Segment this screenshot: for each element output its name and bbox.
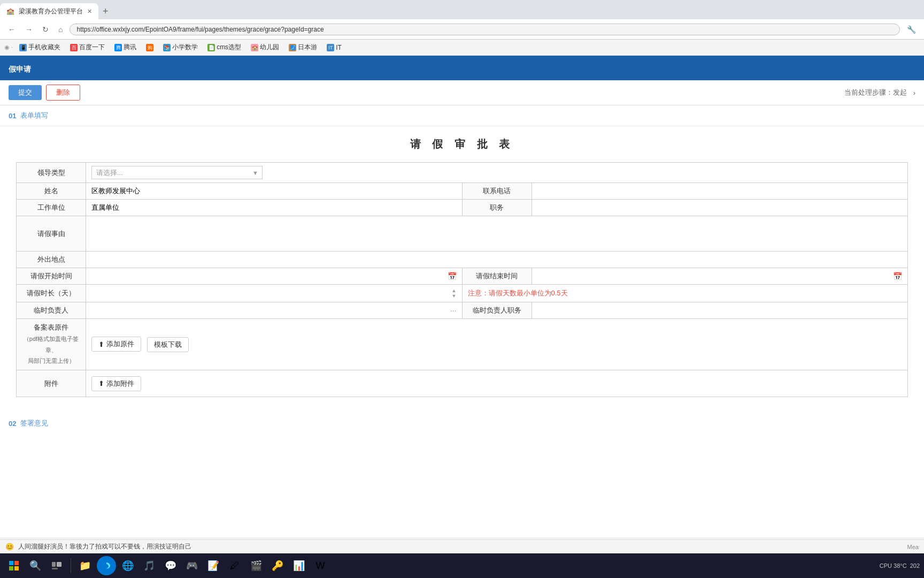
svg-rect-5 [57,562,61,567]
bookmark-kindergarten[interactable]: 🏫 幼儿园 [248,42,282,53]
windows-button[interactable] [4,556,24,575]
bookmark-label: 日本游 [298,43,317,52]
duration-warning-cell: 注意：请假天数最小单位为0.5天 [462,285,908,302]
end-time-input[interactable] [537,272,894,280]
add-original-button[interactable]: ⬆ 添加原件 [91,337,141,352]
bookmark-icon: IT [327,44,334,51]
leader-type-select[interactable]: 请选择... [91,166,263,179]
delete-button[interactable]: 删除 [46,85,80,101]
bookmark-label: 幼儿园 [260,43,279,52]
form-title: 请 假 审 批 表 [16,137,908,151]
start-time-input[interactable] [91,272,448,280]
upload-icon: ⬆ [98,340,104,348]
reason-textarea[interactable] [91,219,902,246]
edge-browser-button[interactable] [97,556,116,575]
bookmark-icon: 🗾 [289,44,296,51]
key-button[interactable]: 🔑 [268,556,287,575]
contact-input[interactable] [537,187,903,195]
name-input[interactable] [91,187,457,195]
contact-value-cell [532,183,908,200]
chrome-button[interactable]: 🌐 [118,556,137,575]
table-row: 姓名 联系电话 [17,183,908,200]
bookmark-baidu[interactable]: 百 百度一下 [67,42,108,53]
taskbar: 🔍 📁 🌐 🎵 💬 🎮 📝 🖊 🎬 🔑 📊 W CPU 38°C 202 [0,553,924,578]
temp-person-select-icon[interactable]: ··· [450,306,457,315]
duration-spinner[interactable]: ▲▼ [452,288,457,299]
refresh-button[interactable]: ↻ [40,24,51,35]
bookmark-icon: 百 [70,44,78,51]
table-row: 外出地点 [17,252,908,268]
end-time-input-wrap: 📅 [537,272,903,280]
position-input[interactable] [537,204,903,212]
start-time-calendar-icon[interactable]: 📅 [448,272,457,280]
extensions-button[interactable]: 🔧 [904,24,919,35]
work-unit-label: 工作单位 [17,200,86,216]
duration-warning: 注意：请假天数最小单位为0.5天 [468,289,568,297]
svg-rect-0 [9,561,13,565]
temp-position-input[interactable] [537,307,903,315]
chat-button[interactable]: 💬 [161,556,180,575]
work-unit-input[interactable] [91,204,457,212]
svg-rect-4 [52,562,56,567]
add-attachment-label: 添加附件 [106,379,134,389]
bookmark-it[interactable]: IT IT [324,43,345,52]
music-button[interactable]: 🎵 [140,556,159,575]
template-download-button[interactable]: 模板下载 [147,337,189,352]
bookmark-tencent[interactable]: 腾 腾讯 [111,42,140,53]
action-bar: 提交 删除 当前处理步骤：发起 › [0,80,924,105]
tab-favicon: 🏫 [6,7,14,15]
media-button[interactable]: 🎬 [247,556,266,575]
table-row: 请假事由 [17,216,908,252]
active-tab[interactable]: 🏫 梁溪教育办公管理平台 ✕ [0,3,98,19]
new-tab-button[interactable]: + [98,6,113,17]
duration-label: 请假时长（天） [17,285,86,302]
taskview-icon [52,562,61,569]
spreadsheet-button[interactable]: 📊 [289,556,309,575]
notes-button[interactable]: 📝 [204,556,223,575]
step-01-label: 表单填写 [20,111,48,120]
back-button[interactable]: ← [5,24,18,35]
archive-value-cell: ⬆ 添加原件 模板下载 [86,319,908,370]
edge-icon [101,560,112,571]
game-button[interactable]: 🎮 [182,556,202,575]
step-01-indicator: 01 表单填写 [0,105,924,126]
tab-close-button[interactable]: ✕ [87,8,92,15]
taskbar-right: CPU 38°C 202 [880,562,920,569]
bookmark-mobile[interactable]: 📱 手机收藏夹 [16,42,64,53]
add-original-label: 添加原件 [106,339,134,349]
destination-input[interactable] [91,256,902,264]
table-row: 工作单位 职务 [17,200,908,216]
word-button[interactable]: W [311,556,330,575]
bookmark-icon: 购 [146,44,153,51]
temp-person-value-cell: ··· [86,302,463,319]
pen-button[interactable]: 🖊 [225,556,244,575]
attachment-value-cell: ⬆ 添加附件 [86,370,908,397]
reason-label: 请假事由 [17,216,86,252]
svg-rect-6 [52,568,58,569]
leader-type-cell: 请选择... ▼ [86,163,908,183]
taskview-button[interactable] [47,556,66,575]
svg-rect-2 [9,566,13,571]
app-title: 假申请 [9,65,31,74]
url-input[interactable] [70,24,900,35]
add-attachment-button[interactable]: ⬆ 添加附件 [91,376,141,391]
bookmark-label: IT [336,44,342,51]
end-time-calendar-icon[interactable]: 📅 [893,272,902,280]
search-taskbar-button[interactable]: 🔍 [26,556,45,575]
bookmark-math[interactable]: 📚 小学数学 [160,42,201,53]
bookmark-icon: 腾 [114,44,122,51]
bookmark-japan[interactable]: 🗾 日本游 [286,42,320,53]
end-time-label: 请假结束时间 [462,268,532,285]
archive-label-sub2: 局部门无需上传） [28,358,75,364]
contact-label: 联系电话 [462,183,532,200]
bookmark-shop[interactable]: 购 [143,43,157,52]
table-row: 请假开始时间 📅 请假结束时间 📅 [17,268,908,285]
home-button[interactable]: ⌂ [56,24,65,35]
end-time-value-cell: 📅 [532,268,908,285]
temp-person-input[interactable] [91,307,450,315]
forward-button[interactable]: → [22,24,35,35]
bookmark-cms[interactable]: 📄 cms选型 [204,42,244,53]
file-explorer-button[interactable]: 📁 [75,556,95,575]
duration-input[interactable] [91,290,452,298]
submit-button[interactable]: 提交 [9,85,42,100]
